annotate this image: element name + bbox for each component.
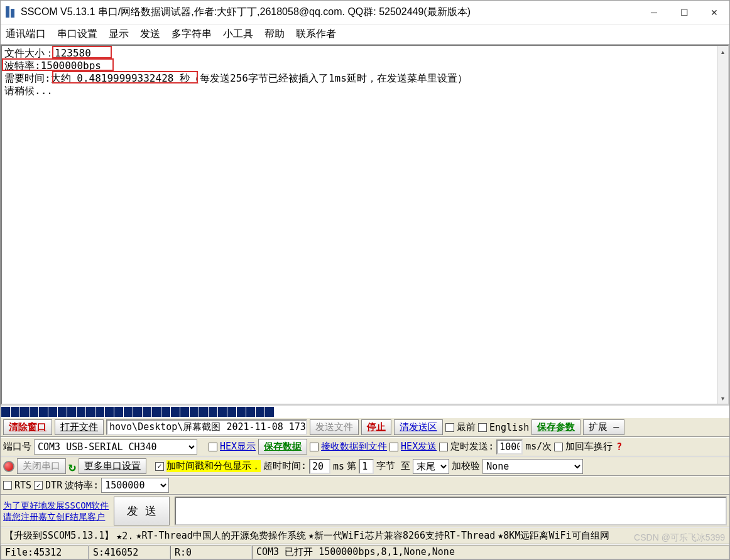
toolbar-row-5: 为了更好地发展SSCOM软件 请您注册嘉立创F结尾客户 发 送 (1, 495, 729, 527)
timed-send-label: 定时发送: (450, 441, 494, 453)
more-settings-button[interactable]: 更多串口设置 (79, 458, 146, 474)
crc-label: 加校验 (452, 460, 480, 472)
title-bar: SSCOM V5.13.1 串口/网络数据调试器,作者:大虾丁丁,2618058… (1, 1, 729, 24)
output-text[interactable]: 文件大小：123580 波特率:1500000bps 需要时间:大约 0.481… (2, 46, 717, 404)
hex-send-label[interactable]: HEX发送 (401, 441, 437, 453)
menu-contact[interactable]: 联系作者 (296, 28, 336, 41)
link-rtthread[interactable]: ★RT-Thread中国人的开源免费操作系统 (136, 530, 305, 542)
menu-port-settings[interactable]: 串口设置 (57, 28, 97, 41)
expand-button[interactable]: 扩展 — (583, 419, 624, 435)
rts-label: RTS (14, 480, 31, 491)
menu-multistring[interactable]: 多字符串 (172, 28, 212, 41)
hex-show-label[interactable]: HEX显示 (220, 441, 256, 453)
help-icon[interactable]: ? (616, 441, 622, 453)
send-input[interactable] (175, 497, 727, 525)
tail-select[interactable]: 末尾 (413, 459, 449, 474)
port-select[interactable]: COM3 USB-SERIAL CH340 (34, 439, 197, 455)
status-sent: S:416052 (89, 546, 170, 559)
status-file: File:45312 (1, 546, 89, 559)
vertical-scrollbar[interactable]: ▴ ▾ (717, 46, 728, 404)
menu-help[interactable]: 帮助 (264, 28, 285, 41)
toolbar-row-2: 端口号 COM3 USB-SERIAL CH340 HEX显示 保存数据 接收数… (1, 437, 729, 456)
byte-index-label: 第 (347, 460, 356, 472)
toolbar-row-4: RTS DTR 波特率: 1500000 (1, 476, 729, 495)
topmost-checkbox[interactable] (445, 423, 454, 432)
stop-button[interactable]: 停止 (361, 419, 391, 435)
link-upgrade[interactable]: 【升级到SSCOM5.13.1】 (4, 530, 114, 542)
window-title: SSCOM V5.13.1 串口/网络数据调试器,作者:大虾丁丁,2618058… (21, 6, 471, 19)
link-star2: ★2. (116, 530, 133, 542)
ad-line-2[interactable]: 请您注册嘉立创F结尾客户 (3, 511, 109, 522)
topmost-label: 最前 (457, 421, 476, 433)
baud-label: 波特率: (65, 480, 99, 492)
ad-text: 为了更好地发展SSCOM软件 请您注册嘉立创F结尾客户 (3, 500, 109, 522)
send-file-button[interactable]: 发送文件 (310, 419, 359, 435)
link-wifi8266[interactable]: ★新一代WiFi芯片兼容8266支持RT-Thread (308, 530, 496, 542)
bottom-links: 【升级到SSCOM5.13.1】 ★2. ★RT-Thread中国人的开源免费操… (1, 527, 729, 544)
timeout-unit: ms (333, 461, 344, 472)
save-data-button[interactable]: 保存数据 (258, 439, 307, 455)
close-button[interactable]: ✕ (699, 1, 729, 24)
timestamp-checkbox[interactable] (155, 462, 164, 471)
status-port: COM3 已打开 1500000bps,8,1,None,None (252, 546, 729, 559)
status-bar: File:45312 S:416052 R:0 COM3 已打开 1500000… (1, 544, 729, 559)
rts-checkbox[interactable] (3, 481, 12, 490)
timeout-input[interactable] (309, 459, 330, 474)
menu-display[interactable]: 显示 (109, 28, 129, 41)
interval-unit: ms/次 (525, 441, 552, 453)
crc-select[interactable]: None (482, 459, 583, 474)
menu-tools[interactable]: 小工具 (223, 28, 253, 41)
dtr-label: DTR (45, 480, 62, 491)
open-file-button[interactable]: 打开文件 (55, 419, 104, 435)
file-path-field[interactable]: hovo\Desktop\屏幕截图 2021-11-08 173151.png (106, 419, 307, 435)
baud-select[interactable]: 1500000 (101, 478, 169, 493)
menu-comm-port[interactable]: 通讯端口 (6, 28, 46, 41)
refresh-icon[interactable]: ↻ (68, 459, 76, 474)
output-area: 文件大小：123580 波特率:1500000bps 需要时间:大约 0.481… (1, 45, 729, 405)
toolbar-row-3: 关闭串口 ↻ 更多串口设置 加时间戳和分包显示， 超时时间: ms 第 字节 至… (1, 456, 729, 476)
progress-bar (1, 405, 729, 417)
clear-window-button[interactable]: 清除窗口 (3, 419, 52, 435)
link-8km[interactable]: ★8KM远距离WiFi可自组网 (498, 530, 609, 542)
timed-send-checkbox[interactable] (439, 443, 448, 451)
hex-send-checkbox[interactable] (390, 443, 398, 451)
save-params-button[interactable]: 保存参数 (531, 419, 580, 435)
minimize-button[interactable]: ─ (639, 1, 669, 24)
app-window: SSCOM V5.13.1 串口/网络数据调试器,作者:大虾丁丁,2618058… (0, 0, 730, 560)
dtr-checkbox[interactable] (34, 481, 43, 490)
scroll-up-icon[interactable]: ▴ (717, 46, 728, 57)
clear-send-button[interactable]: 清发送区 (394, 419, 443, 435)
ad-line-1[interactable]: 为了更好地发展SSCOM软件 (3, 500, 109, 511)
hex-show-checkbox[interactable] (209, 443, 217, 451)
english-label: English (489, 422, 529, 433)
scroll-down-icon[interactable]: ▾ (717, 392, 728, 404)
crlf-checkbox[interactable] (554, 443, 563, 451)
send-button[interactable]: 发 送 (114, 497, 170, 525)
toolbar-row-1: 清除窗口 打开文件 hovo\Desktop\屏幕截图 2021-11-08 1… (1, 417, 729, 437)
crlf-label: 加回车换行 (565, 441, 613, 453)
english-checkbox[interactable] (478, 423, 487, 432)
app-icon (4, 5, 17, 20)
maximize-button[interactable]: ☐ (669, 1, 699, 24)
close-port-button[interactable]: 关闭串口 (17, 458, 66, 474)
port-label: 端口号 (3, 441, 31, 453)
status-recv: R:0 (170, 546, 252, 559)
byte-index-input[interactable] (359, 459, 374, 474)
rx-to-file-label[interactable]: 接收数据到文件 (321, 441, 387, 453)
timeout-label: 超时时间: (263, 460, 307, 472)
rx-to-file-checkbox[interactable] (310, 443, 319, 451)
status-led-icon (3, 461, 14, 472)
timestamp-label: 加时间戳和分包显示， (166, 460, 261, 472)
menu-bar: 通讯端口 串口设置 显示 发送 多字符串 小工具 帮助 联系作者 (1, 24, 729, 45)
menu-send[interactable]: 发送 (140, 28, 160, 41)
interval-input[interactable] (496, 439, 523, 455)
byte-to-label: 字节 至 (376, 460, 410, 472)
